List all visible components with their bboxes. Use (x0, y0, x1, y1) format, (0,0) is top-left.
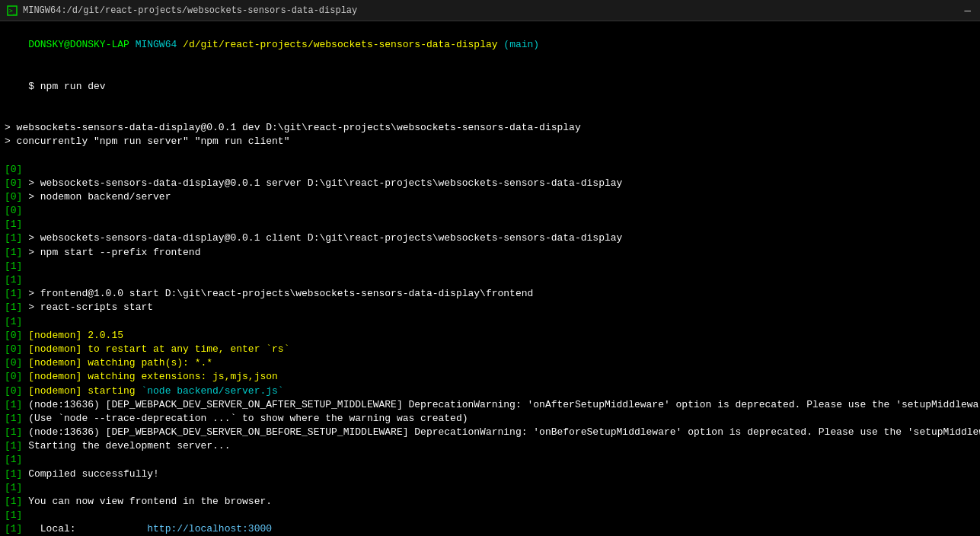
output-line-16: [1] (5, 315, 975, 329)
output-line-13: [1] (5, 273, 975, 287)
output-line-5: [0] (5, 163, 975, 177)
output-line-26: [1] (5, 453, 975, 467)
output-line-27: [1] Compiled successfully! (5, 467, 975, 481)
output-line-22: [1] (node:13636) [DEP_WEBPACK_DEV_SERVER… (5, 398, 975, 412)
output-line-15: [1] > react-scripts start (5, 301, 975, 314)
output-line-6: [0] > websockets-sensors-data-display@0.… (5, 177, 975, 190)
output-line-1 (5, 107, 975, 121)
svg-text:>_: >_ (9, 8, 17, 14)
prompt-line: DONSKY@DONSKY-LAP MINGW64 /d/git/react-p… (5, 24, 975, 66)
output-line-3: > concurrently "npm run server" "npm run… (5, 135, 975, 148)
output-line-8: [0] (5, 204, 975, 218)
prompt-user: DONSKY@DONSKY-LAP (28, 39, 129, 50)
output-line-10: [1] > websockets-sensors-data-display@0.… (5, 231, 975, 245)
title-bar-controls: — (962, 5, 974, 17)
output-line-28: [1] (5, 481, 975, 495)
prompt-shell: MINGW64 (136, 39, 177, 50)
output-line-12: [1] (5, 260, 975, 273)
output-line-31: [1] Local: http://localhost:3000 (5, 522, 975, 536)
minimize-button[interactable]: — (962, 5, 974, 17)
title-bar-title: MINGW64:/d/git/react-projects/websockets… (23, 5, 974, 16)
output-line-4 (5, 149, 975, 163)
terminal-body[interactable]: DONSKY@DONSKY-LAP MINGW64 /d/git/react-p… (0, 21, 980, 536)
prompt-path: /d/git/react-projects/websockets-sensors… (183, 39, 497, 50)
output-line-2: > websockets-sensors-data-display@0.0.1 … (5, 121, 975, 135)
output-line-14: [1] > frontend@1.0.0 start D:\git\react-… (5, 287, 975, 301)
output-line-21: [0] [nodemon] starting `node backend/ser… (5, 384, 975, 398)
output-line-25: [1] Starting the development server... (5, 439, 975, 453)
output-line-29: [1] You can now view frontend in the bro… (5, 495, 975, 509)
prompt-branch: (main) (503, 39, 539, 50)
output-line-24: [1] (node:13636) [DEP_WEBPACK_DEV_SERVER… (5, 426, 975, 439)
title-bar: >_ MINGW64:/d/git/react-projects/websock… (0, 0, 980, 21)
output-line-17: [0] [nodemon] 2.0.15 (5, 329, 975, 343)
output-line-11: [1] > npm start --prefix frontend (5, 246, 975, 260)
command-line: $ npm run dev (5, 66, 975, 108)
output-line-23: [1] (Use `node --trace-deprecation ...` … (5, 412, 975, 426)
output-line-20: [0] [nodemon] watching extensions: js,mj… (5, 370, 975, 384)
output-line-19: [0] [nodemon] watching path(s): *.* (5, 356, 975, 370)
title-bar-icon: >_ (6, 5, 18, 17)
output-line-30: [1] (5, 509, 975, 522)
output-line-9: [1] (5, 218, 975, 231)
output-line-18: [0] [nodemon] to restart at any time, en… (5, 343, 975, 356)
output-line-7: [0] > nodemon backend/server (5, 190, 975, 204)
